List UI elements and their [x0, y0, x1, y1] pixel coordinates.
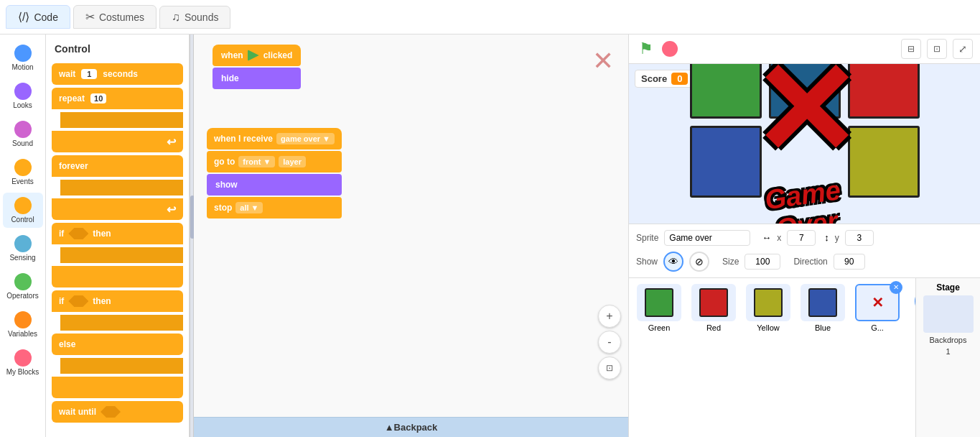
sprite-label-gameover: G...: [871, 323, 884, 332]
sprites-list: Green Red Yellow: [629, 278, 915, 438]
flag-btn-icon: ⚑: [639, 40, 653, 58]
green-flag-button[interactable]: ⚑: [636, 39, 656, 59]
condition-hex: [68, 228, 88, 239]
front-dropdown[interactable]: front ▼: [238, 156, 275, 167]
sprite-item-gameover[interactable]: ✕ ✕ G...: [853, 284, 902, 332]
receive-dropdown[interactable]: game over ▼: [276, 133, 335, 144]
zoom-in-button[interactable]: +: [598, 305, 621, 328]
sidebar-item-sound[interactable]: Sound: [3, 116, 43, 152]
sidebar-item-looks[interactable]: Looks: [3, 78, 43, 114]
sidebar-item-control[interactable]: Control: [3, 193, 43, 228]
top-bar: ⟨/⟩ Code ✂ Costumes ♫ Sounds: [0, 0, 980, 34]
if-then-else-block[interactable]: if then: [52, 290, 183, 312]
wait-block[interactable]: wait 1 seconds: [52, 63, 183, 85]
wait-input[interactable]: 1: [81, 69, 97, 79]
repeat-input[interactable]: 10: [90, 93, 106, 104]
backdrop-count: 1: [946, 347, 950, 356]
sidebar-item-myblocks[interactable]: My Blocks: [3, 345, 43, 380]
control-label: Control: [11, 216, 34, 224]
sidebar-item-sensing[interactable]: Sensing: [3, 231, 43, 266]
then2-label: then: [93, 296, 111, 306]
stop-dropdown[interactable]: all ▼: [235, 202, 263, 213]
when-receive-block[interactable]: when I receive game over ▼: [207, 128, 342, 150]
forever-block-group: forever ↩: [52, 155, 183, 220]
show-visible-button[interactable]: 👁: [663, 252, 683, 272]
stage-panel: Stage Backdrops 1: [915, 278, 980, 438]
operators-label: Operators: [6, 292, 38, 300]
sprite-item-blue[interactable]: Blue: [798, 284, 847, 332]
repeat-block[interactable]: repeat 10: [52, 88, 183, 109]
if-then-else-block-group: if then else: [52, 290, 183, 398]
operators-dot: [14, 273, 32, 290]
sprite-text-label: Sprite: [636, 233, 658, 243]
wait-until-label: wait until: [59, 407, 96, 417]
stop-label: stop: [214, 203, 232, 213]
sidebar-item-variables[interactable]: Variables: [3, 307, 43, 342]
sprite-item-yellow[interactable]: Yellow: [744, 284, 793, 332]
events-dot: [14, 159, 32, 176]
backpack-arrow-icon: ▲: [385, 422, 394, 433]
wait-label: wait: [59, 69, 75, 79]
layer-dropdown[interactable]: layer: [279, 156, 306, 167]
wait-until-block[interactable]: wait until: [52, 401, 183, 423]
hide-block[interactable]: hide: [213, 68, 301, 89]
x-label: x: [777, 233, 781, 243]
go-to-front-block[interactable]: go to front ▼ layer: [207, 151, 342, 172]
zoom-out-button[interactable]: -: [598, 331, 621, 354]
when-flag-clicked-block[interactable]: when clicked: [213, 45, 301, 66]
green-preview: [645, 288, 673, 317]
tab-costumes-label: Costumes: [99, 12, 144, 23]
y-icon: ↕: [824, 232, 829, 243]
forever-block[interactable]: forever: [52, 155, 183, 177]
tab-code-label: Code: [34, 12, 57, 23]
fullscreen-button[interactable]: ⤢: [953, 39, 973, 59]
if-then-block[interactable]: if then: [52, 223, 183, 244]
close-script-button[interactable]: ✕: [592, 46, 614, 76]
sidebar-item-operators[interactable]: Operators: [3, 269, 43, 304]
blue-preview: [808, 288, 837, 317]
delete-sprite-button[interactable]: ✕: [890, 281, 902, 294]
show-hidden-button[interactable]: ⊘: [689, 252, 709, 272]
variables-label: Variables: [8, 330, 37, 338]
tab-sounds[interactable]: ♫ Sounds: [159, 6, 230, 29]
sidebar-item-events[interactable]: Events: [3, 155, 43, 190]
motion-label: Motion: [11, 63, 33, 71]
stop-block[interactable]: stop all ▼: [207, 197, 342, 218]
sidebar-item-motion[interactable]: Motion: [3, 40, 43, 75]
backdrop-label: Backdrops: [930, 336, 967, 344]
code-icon: ⟨/⟩: [18, 10, 29, 24]
sprite-label-blue: Blue: [815, 323, 831, 332]
script-area[interactable]: ✕ when clicked hide when I receive game …: [194, 34, 628, 437]
sprite-thumb-red: [691, 284, 736, 321]
tab-code[interactable]: ⟨/⟩ Code: [6, 5, 70, 29]
wait-cond-hex: [101, 406, 121, 418]
layout-normal-button[interactable]: ⊡: [927, 39, 947, 59]
then-label: then: [93, 229, 111, 239]
x-coord-input[interactable]: [787, 230, 816, 246]
zoom-fit-button[interactable]: ⊡: [598, 356, 621, 380]
stage-area: ⚑ ⊟ ⊡ ⤢ Score 0 ✕: [628, 34, 980, 437]
sprite-item-red[interactable]: Red: [689, 284, 738, 332]
backpack-bar[interactable]: ▲ Backpack: [194, 417, 628, 437]
y-coord-input[interactable]: [845, 230, 874, 246]
sprite-label-yellow: Yellow: [757, 323, 779, 332]
repeat-label: repeat: [59, 93, 85, 104]
tab-costumes[interactable]: ✂ Costumes: [73, 5, 157, 29]
sensing-label: Sensing: [9, 254, 35, 262]
stage-backdrop-thumb[interactable]: [923, 295, 974, 333]
sprite-info-row: Sprite ↔ x ↕ y: [636, 230, 973, 246]
show-label: show: [215, 180, 238, 190]
sprite-name-input[interactable]: [664, 230, 750, 246]
show-text-label: Show: [636, 257, 658, 267]
stage-canvas: Score 0 ✕ Game Over: [629, 64, 980, 224]
repeat-block-group: repeat 10 ↩: [52, 88, 183, 152]
delete-icon: ✕: [893, 283, 899, 291]
layout-small-button[interactable]: ⊟: [901, 39, 921, 59]
sprite-item-green[interactable]: Green: [635, 284, 683, 332]
size-input[interactable]: [745, 254, 780, 270]
direction-input[interactable]: [834, 254, 865, 270]
stop-button[interactable]: [662, 41, 678, 57]
size-text-label: Size: [722, 257, 739, 267]
stage-top-bar: ⚑ ⊟ ⊡ ⤢: [629, 34, 980, 64]
show-block[interactable]: show: [207, 174, 342, 196]
